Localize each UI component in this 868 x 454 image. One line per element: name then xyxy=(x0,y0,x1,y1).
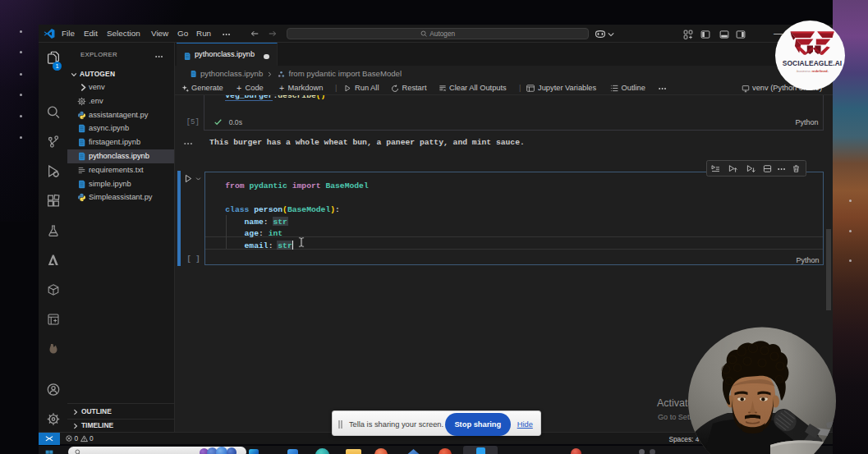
svg-text:.business redefined.: .business redefined. xyxy=(796,69,829,73)
svg-text:SOCIALEAGLE.AI: SOCIALEAGLE.AI xyxy=(783,59,843,67)
